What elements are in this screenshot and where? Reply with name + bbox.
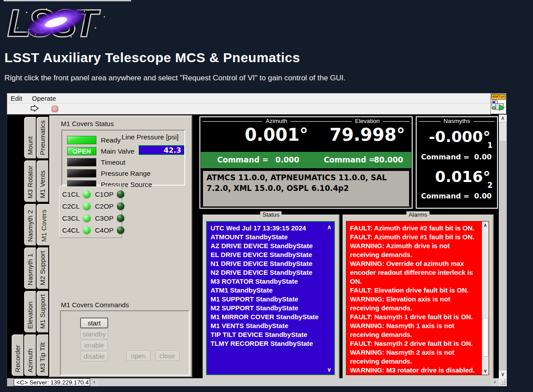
sidebar-tab[interactable]: M1 Support [36, 291, 48, 333]
nasmyths-panel: Nasmyths -0.000°1 Command = 0.00 0.016°2 [416, 116, 498, 209]
alarm-line: WARNING: Nasmyth 2 axis is not receiving… [350, 348, 480, 366]
vertical-scrollbar[interactable]: ∧ ∨ [499, 115, 507, 378]
cover-command-button[interactable]: open [126, 351, 151, 361]
tab-label: M2 Support [39, 251, 46, 285]
tab-label: Recorder [14, 345, 21, 372]
status-line: ATM1 StandbyState [211, 286, 325, 295]
alarm-line: FAULT: Nasmyth 1 drive fault bit is ON. [350, 313, 480, 321]
scrollbar-thumb[interactable] [499, 122, 507, 142]
cover-closed-led [83, 190, 91, 198]
page-subtitle: Right click the front panel area anywher… [4, 74, 346, 83]
led-bar-text: OPEN [72, 148, 91, 155]
state-command-button[interactable]: start [80, 318, 108, 328]
alarm-line: FAULT: Nasmyth 2 drive fault bit is ON. [350, 339, 480, 348]
state-command-buttons: start standby enable disable [80, 318, 108, 361]
cover-closed-led [83, 214, 91, 222]
sidebar-tab[interactable]: Elevation [24, 291, 36, 333]
state-command-button[interactable]: disable [80, 351, 108, 361]
sidebar-tab[interactable]: M3 Tip Tilt [36, 334, 48, 376]
command-bar: Command = 0.000 Command = 80.000 [201, 152, 411, 168]
alarms-scrollbar[interactable]: ∧ ∨ [482, 222, 489, 375]
sidebar-tab[interactable]: M1 Covers [36, 204, 51, 245]
menu-bar: EditOperate [7, 93, 491, 103]
status-line: AZ DRIVE DEVICE StandbyState [211, 242, 325, 250]
sidebar-tab[interactable]: Nasmyth 2 [24, 204, 36, 245]
cover-closed-led [83, 226, 91, 234]
scroll-down-icon[interactable]: ∨ [327, 367, 331, 372]
sidebar-tab[interactable]: Azimuth [24, 334, 36, 376]
alarm-line: FAULT: Azimuth drive #1 fault bit is ON. [350, 233, 480, 242]
cover-open-led [117, 226, 124, 234]
nasmyth-command-row: Command = 0.00 [421, 153, 492, 161]
cover-open-label: C4OP [95, 226, 114, 234]
cover-indicator-row: C3CL C3OP [62, 212, 122, 224]
alarms-frame: Alarms FAULT: Azimuth drive #2 fault bit… [342, 214, 493, 380]
sidebar-tab[interactable]: M1 Vents [36, 160, 48, 202]
elevation-command-value: 80.000 [374, 155, 403, 164]
led-bar-indicator: OPEN [67, 147, 96, 155]
run-button[interactable] [29, 104, 40, 113]
sidebar-tab[interactable]: Recorder [12, 334, 24, 376]
state-command-button[interactable]: standby [80, 329, 108, 339]
sidebar-tab[interactable]: M2 Support [36, 247, 48, 289]
resize-corner[interactable] [499, 378, 507, 386]
status-line: N1 DRIVE DEVICE StandbyState [211, 259, 325, 268]
software-versions: ATMCS 11.0.0, ATPNEUMATICS 11.0.0, SAL 7… [203, 171, 409, 206]
sidebar-tab[interactable]: M3 Rotator [24, 160, 36, 202]
status-line: TLMY RECORDER StandbyState [211, 339, 325, 348]
cover-indicator-row: C4CL C4OP [62, 224, 122, 236]
tab-label: Nasmyth 2 [26, 210, 34, 242]
sidebar-tab[interactable]: Mount [24, 117, 36, 158]
status-line: M2 SUPPORT StandbyState [211, 304, 325, 313]
nasmyth-command-value: 0.00 [474, 192, 492, 200]
sidebar-tab[interactable]: Nasmyth 1 [24, 247, 36, 289]
status-led-list: Ready OPEN Main Valve [67, 135, 183, 190]
cover-closed-label: C2CL [62, 202, 80, 210]
scroll-left-icon[interactable]: ‹ [90, 378, 98, 386]
scroll-up-icon[interactable]: ∧ [327, 224, 331, 230]
alarms-listbox[interactable]: FAULT: Azimuth drive #2 fault bit is ON.… [346, 221, 489, 375]
status-line: ATMOUNT StandbyState [211, 233, 325, 242]
scroll-right-icon[interactable]: › [491, 378, 499, 386]
cover-open-label: C3OP [95, 214, 114, 222]
nasmyth-command-label: Command = [421, 153, 469, 161]
scroll-down-icon[interactable]: ∨ [499, 371, 507, 378]
cover-open-label: C1OP [95, 190, 114, 198]
status-line: M1 VENTS StandbyState [211, 321, 325, 330]
cover-open-led [117, 214, 124, 222]
stop-sign-icon [52, 106, 58, 112]
m1-covers-status-title: M1 Covers Status [61, 120, 114, 127]
status-line: TIP TILT DEVICE StandbyState [211, 330, 325, 339]
m1-covers-commands-box: start standby enable disable open close [60, 310, 190, 376]
state-command-button[interactable]: enable [80, 340, 108, 350]
azimuth-command-label: Command = [217, 155, 269, 164]
tab-label: Nasmyth 1 [26, 253, 34, 285]
resize-grip-icon [504, 384, 505, 385]
elevation-command-label: Command = [324, 155, 375, 164]
alarms-title: Alarms [406, 211, 430, 218]
cover-open-led [117, 190, 124, 198]
cover-indicator-grid: C1CL C1OP C2CL C2OP C3CL [59, 186, 122, 238]
menu-item[interactable]: Operate [32, 95, 56, 102]
scroll-down-icon[interactable]: ∨ [482, 368, 489, 374]
scrollbar-thumb[interactable] [482, 318, 488, 356]
status-led-row: Timeout [67, 157, 183, 168]
scroll-up-icon[interactable]: ∧ [482, 222, 489, 229]
scrollbar-track[interactable] [98, 378, 491, 386]
sidebar-tab[interactable]: Pneumatics [36, 117, 48, 158]
tab-label: M1 Support [39, 294, 46, 329]
tab-label: Azimuth [26, 348, 34, 372]
menu-item[interactable]: Edit [11, 95, 22, 102]
tab-label: Mount [26, 136, 34, 155]
stop-button[interactable] [52, 104, 60, 113]
tab-label: M1 Vents [39, 170, 46, 198]
alarm-line: WARNING: M3 rotator drive is disabled. [350, 366, 480, 375]
scroll-up-icon[interactable]: ∧ [499, 115, 507, 122]
vi-icon-button[interactable]: RMTUI [490, 93, 506, 114]
cover-command-button[interactable]: close [155, 351, 179, 361]
status-listbox[interactable]: UTC Wed Jul 17 13:39:15 2024ATMOUNT Stan… [206, 221, 335, 375]
vi-window: EditOperate RMTUI Mount [7, 93, 506, 386]
vi-icon-art [491, 99, 505, 113]
horizontal-scrollbar[interactable]: <C> Server: 139.229.170.47 ‹ › [7, 378, 507, 386]
nasmyth-value: -0.000°1 [429, 128, 493, 150]
